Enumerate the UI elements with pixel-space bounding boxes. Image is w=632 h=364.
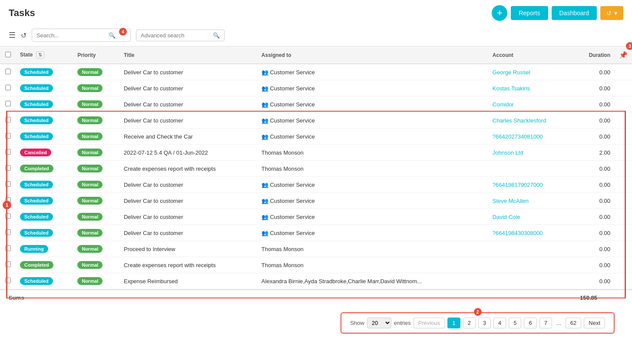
state-badge[interactable]: Scheduled [20, 277, 53, 285]
header-actions: + Reports Dashboard ↺ ▾ [492, 5, 623, 21]
priority-badge[interactable]: Normal [77, 68, 103, 76]
group-selection-right [625, 111, 626, 298]
search-icon: 🔍 [109, 32, 116, 39]
row-checkbox-cell [0, 177, 16, 193]
account-link[interactable]: Johnson Ltd [493, 149, 523, 156]
account-link[interactable]: ?664198179027000 [493, 182, 543, 188]
search-input[interactable] [36, 32, 106, 39]
state-badge[interactable]: Scheduled [20, 100, 53, 108]
state-badge[interactable]: Scheduled [20, 84, 53, 92]
priority-badge[interactable]: Normal [77, 165, 103, 172]
pin-header[interactable]: 📌 3 [615, 46, 632, 64]
account-link[interactable]: David Cole [493, 214, 520, 220]
account-header[interactable]: Account [488, 46, 573, 64]
priority-badge[interactable]: Normal [77, 149, 103, 156]
priority-header[interactable]: Priority [73, 46, 119, 64]
row-priority-cell: Normal [73, 273, 119, 289]
dashboard-button[interactable]: Dashboard [552, 6, 597, 20]
select-all-checkbox[interactable] [5, 52, 11, 57]
row-duration-cell: 0.00 [573, 96, 615, 113]
priority-badge[interactable]: Normal [77, 100, 103, 108]
adv-search-icon: 🔍 [213, 32, 220, 39]
group-selection-bottom [6, 298, 626, 298]
row-checkbox-2[interactable] [5, 101, 11, 106]
priority-badge[interactable]: Normal [77, 197, 103, 205]
row-account-cell: ?664202734081000 [488, 129, 573, 145]
refresh-button[interactable]: ↺ [21, 31, 26, 40]
row-title-cell: Proceed to Interview [119, 241, 257, 257]
user-menu-button[interactable]: ↺ ▾ [600, 6, 623, 20]
account-link[interactable]: Charles Shacklesford [493, 117, 546, 124]
priority-badge[interactable]: Normal [77, 213, 103, 221]
page-6-button[interactable]: 6 [524, 318, 536, 328]
next-button[interactable]: Next [584, 318, 605, 328]
assigned-header[interactable]: Assigned to [257, 46, 488, 64]
row-assigned-cell: 👥 Customer Service [257, 64, 488, 80]
pagination-container: 2 Show 20 50 100 entries Previous 1 2 3 … [341, 312, 615, 334]
page-5-button[interactable]: 5 [509, 318, 521, 328]
page-1-button[interactable]: 1 [447, 318, 460, 328]
account-link[interactable]: ?664198430308000 [493, 230, 543, 236]
row-account-cell: ?664198179027000 [488, 177, 573, 193]
page-4-button[interactable]: 4 [493, 318, 506, 328]
account-link[interactable]: George Russel [493, 69, 530, 76]
row-account-cell: George Russel [488, 64, 573, 80]
previous-button[interactable]: Previous [414, 318, 445, 328]
priority-badge[interactable]: Normal [77, 277, 103, 285]
row-pin-cell [615, 177, 632, 193]
row-title-cell: Deliver Car to customer [119, 96, 257, 113]
show-entries-select[interactable]: 20 50 100 [367, 318, 391, 328]
annotation-2: 2 [474, 308, 482, 316]
table-header-row: State ⇅ Priority Title Assigned to Accou… [0, 46, 632, 64]
state-badge[interactable]: Running [20, 245, 48, 253]
advanced-search-input[interactable] [141, 32, 210, 39]
account-link[interactable]: ?664202734081000 [493, 133, 543, 140]
row-priority-cell: Normal [73, 161, 119, 177]
state-badge[interactable]: Scheduled [20, 229, 53, 237]
page-2-button[interactable]: 2 [463, 318, 476, 328]
reports-button[interactable]: Reports [511, 6, 548, 20]
state-badge[interactable]: Scheduled [20, 213, 53, 221]
priority-badge[interactable]: Normal [77, 261, 103, 269]
sidebar-toggle-button[interactable]: ☰ [9, 30, 16, 40]
state-badge[interactable]: Scheduled [20, 68, 53, 76]
row-duration-cell: 0.00 [573, 241, 615, 257]
duration-header[interactable]: Duration [573, 46, 615, 64]
account-link[interactable]: Comidor [493, 101, 514, 108]
row-title-cell: Deliver Car to customer [119, 113, 257, 129]
row-account-cell [488, 161, 573, 177]
state-badge[interactable]: Cancelled [20, 149, 51, 156]
add-button[interactable]: + [492, 5, 507, 21]
priority-badge[interactable]: Normal [77, 229, 103, 237]
last-page-button[interactable]: 62 [566, 318, 581, 328]
row-account-cell: Charles Shacklesford [488, 113, 573, 129]
state-badge[interactable]: Scheduled [20, 116, 53, 124]
state-badge[interactable]: Scheduled [20, 197, 53, 205]
row-state-cell: Scheduled [16, 193, 73, 209]
account-link[interactable]: Steve McAllen [493, 198, 529, 204]
state-sort-button[interactable]: ⇅ [36, 51, 44, 59]
account-link[interactable]: Kostas Tsakiris [493, 85, 530, 92]
row-checkbox-0[interactable] [5, 69, 11, 74]
priority-badge[interactable]: Normal [77, 84, 103, 92]
page-3-button[interactable]: 3 [478, 318, 491, 328]
pagination-area: 2 Show 20 50 100 entries Previous 1 2 3 … [0, 305, 632, 341]
title-header[interactable]: Title [119, 46, 257, 64]
page-7-button[interactable]: 7 [539, 318, 552, 328]
row-checkbox-1[interactable] [5, 85, 11, 90]
row-title-cell: Deliver Car to customer [119, 209, 257, 225]
priority-badge[interactable]: Normal [77, 132, 103, 140]
row-priority-cell: Normal [73, 80, 119, 96]
state-badge[interactable]: Completed [20, 165, 53, 172]
priority-badge[interactable]: Normal [77, 181, 103, 189]
state-header[interactable]: State ⇅ [16, 46, 73, 64]
state-badge[interactable]: Scheduled [20, 181, 53, 189]
priority-badge[interactable]: Normal [77, 245, 103, 253]
row-duration-cell: 0.00 [573, 177, 615, 193]
row-checkbox-cell [0, 64, 16, 80]
state-badge[interactable]: Scheduled [20, 132, 53, 140]
state-badge[interactable]: Completed [20, 261, 53, 269]
row-title-cell: 2022-07-12 5.4 QA / 01-Jun-2022 [119, 145, 257, 161]
row-assigned-cell: Thomas Monson [257, 241, 488, 257]
priority-badge[interactable]: Normal [77, 116, 103, 124]
